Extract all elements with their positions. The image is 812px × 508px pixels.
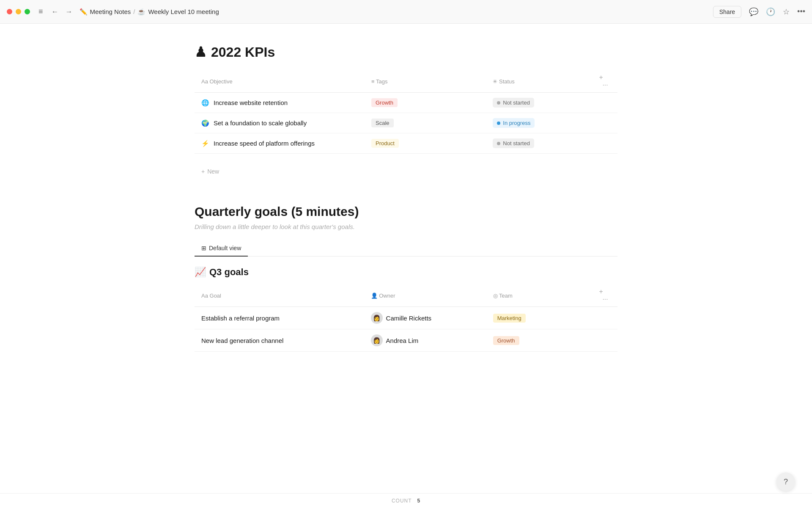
kpi-status-cell: In progress: [486, 113, 592, 133]
th-plus[interactable]: + ···: [592, 70, 617, 93]
owner-name: Camille Ricketts: [386, 315, 432, 322]
goal-extra-cell: [592, 307, 617, 329]
avatar: 👩: [371, 334, 383, 346]
objective-text: Set a foundation to scale globally: [214, 119, 307, 127]
count-bar: COUNT 5: [0, 493, 812, 508]
status-dot-icon: [497, 142, 500, 145]
breadcrumb: ✏️ Meeting Notes / ☕ Weekly Level 10 mee…: [80, 8, 713, 16]
goal-name-cell: New lead generation channel: [195, 329, 364, 352]
titlebar-right: Share 💬 🕐 ☆ •••: [713, 6, 805, 18]
breadcrumb-item-2[interactable]: ☕ Weekly Level 10 meeting: [137, 8, 219, 16]
more-goal-columns-icon[interactable]: ···: [602, 295, 608, 303]
kpi-status-cell: Not started: [486, 133, 592, 154]
team-badge[interactable]: Growth: [493, 336, 519, 345]
chess-icon: ♟: [195, 44, 207, 60]
text-icon: Aa: [201, 78, 210, 85]
add-column-icon[interactable]: +: [599, 74, 603, 81]
goal-extra-cell: [592, 329, 617, 352]
coffee-icon: ☕: [137, 8, 145, 16]
tab-default-view[interactable]: ⊞ Default view: [195, 240, 248, 257]
nav-buttons: ← →: [50, 6, 74, 18]
kpis-section-title: ♟ 2022 KPIs: [195, 44, 617, 60]
kpi-objective-cell: 🌍 Set a foundation to scale globally: [195, 113, 365, 133]
goal-team-cell: Growth: [486, 329, 593, 352]
kpi-tag-cell: Scale: [365, 113, 486, 133]
kpi-tag-cell: Growth: [365, 93, 486, 113]
objective-icon: ⚡: [201, 140, 209, 147]
quarterly-subtitle: Drilling down a little deeper to look at…: [195, 223, 617, 230]
status-badge[interactable]: In progress: [493, 118, 535, 128]
kpi-tag-cell: Product: [365, 133, 486, 154]
add-goal-column-icon[interactable]: +: [599, 288, 603, 295]
goal-row[interactable]: Establish a referral program 👩 Camille R…: [195, 307, 617, 329]
minimize-button[interactable]: [16, 9, 21, 14]
team-badge[interactable]: Marketing: [493, 314, 526, 323]
breadcrumb-label-1: Meeting Notes: [90, 8, 131, 15]
kpi-extra-cell: [592, 133, 617, 154]
help-button[interactable]: ?: [776, 472, 795, 491]
star-icon[interactable]: ☆: [783, 7, 790, 17]
more-columns-icon[interactable]: ···: [602, 81, 608, 88]
kpis-title-text: 2022 KPIs: [211, 44, 275, 60]
goal-owner-cell: 👩 Camille Ricketts: [364, 307, 486, 329]
status-icon: ✳: [493, 78, 499, 85]
goal-name-cell: Establish a referral program: [195, 307, 364, 329]
status-text: Not started: [503, 99, 530, 106]
goal-row[interactable]: New lead generation channel 👩 Andrea Lim…: [195, 329, 617, 352]
objective-text: Increase speed of platform offerings: [214, 140, 315, 147]
comment-icon[interactable]: 💬: [749, 7, 758, 17]
chart-icon: 📈: [195, 267, 206, 278]
goal-owner-cell: 👩 Andrea Lim: [364, 329, 486, 352]
tag-badge[interactable]: Product: [371, 139, 399, 148]
breadcrumb-label-2: Weekly Level 10 meeting: [148, 8, 219, 15]
th-objective: Aa Objective: [195, 70, 365, 93]
quarterly-title: Quarterly goals (5 minutes): [195, 204, 617, 219]
clock-icon[interactable]: 🕐: [766, 7, 775, 17]
tag-badge[interactable]: Growth: [371, 98, 398, 107]
goal-text: New lead generation channel: [201, 337, 283, 344]
breadcrumb-separator: /: [133, 8, 135, 15]
quarterly-section: Quarterly goals (5 minutes) Drilling dow…: [195, 204, 617, 352]
q3-title: 📈 Q3 goals: [195, 267, 617, 278]
add-new-kpi-button[interactable]: + New: [195, 164, 617, 179]
kpi-row[interactable]: ⚡ Increase speed of platform offerings P…: [195, 133, 617, 154]
back-button[interactable]: ←: [50, 6, 60, 18]
pencil-icon: ✏️: [80, 8, 88, 16]
avatar: 👩: [371, 312, 383, 324]
plus-icon: +: [201, 168, 205, 175]
kpi-status-cell: Not started: [486, 93, 592, 113]
team-icon: ◎: [493, 293, 499, 299]
th-goals-plus[interactable]: + ···: [592, 284, 617, 307]
kpis-header-row: Aa Objective ≡ Tags ✳ Status + ···: [195, 70, 617, 93]
main-content: ♟ 2022 KPIs Aa Objective ≡ Tags ✳ Status: [110, 24, 702, 372]
goals-table: Aa Goal 👤 Owner ◎ Team + ···: [195, 284, 617, 352]
close-button[interactable]: [7, 9, 12, 14]
kpi-objective-cell: ⚡ Increase speed of platform offerings: [195, 133, 365, 154]
status-badge[interactable]: Not started: [493, 138, 534, 148]
objective-text: Increase website retention: [214, 99, 288, 106]
forward-button[interactable]: →: [64, 6, 74, 18]
status-text: Not started: [503, 140, 530, 146]
kpi-row[interactable]: 🌐 Increase website retention Growth Not …: [195, 93, 617, 113]
th-tags: ≡ Tags: [365, 70, 486, 93]
kpi-extra-cell: [592, 113, 617, 133]
goals-header-row: Aa Goal 👤 Owner ◎ Team + ···: [195, 284, 617, 307]
more-icon[interactable]: •••: [797, 7, 805, 16]
th-owner: 👤 Owner: [364, 284, 486, 307]
objective-icon: 🌐: [201, 99, 209, 107]
share-button[interactable]: Share: [713, 6, 741, 18]
status-dot-icon: [497, 121, 500, 125]
tag-badge[interactable]: Scale: [371, 119, 394, 127]
status-badge[interactable]: Not started: [493, 98, 534, 108]
view-tabs: ⊞ Default view: [195, 240, 617, 257]
breadcrumb-item-1[interactable]: ✏️ Meeting Notes: [80, 8, 131, 16]
list-icon: ≡: [371, 78, 376, 85]
th-status: ✳ Status: [486, 70, 592, 93]
count-value: 5: [417, 498, 420, 504]
kpi-row[interactable]: 🌍 Set a foundation to scale globally Sca…: [195, 113, 617, 133]
hamburger-button[interactable]: ≡: [37, 6, 45, 18]
status-text: In progress: [503, 120, 530, 126]
goal-text: Establish a referral program: [201, 315, 280, 322]
grid-icon: ⊞: [201, 245, 206, 251]
maximize-button[interactable]: [25, 9, 30, 14]
